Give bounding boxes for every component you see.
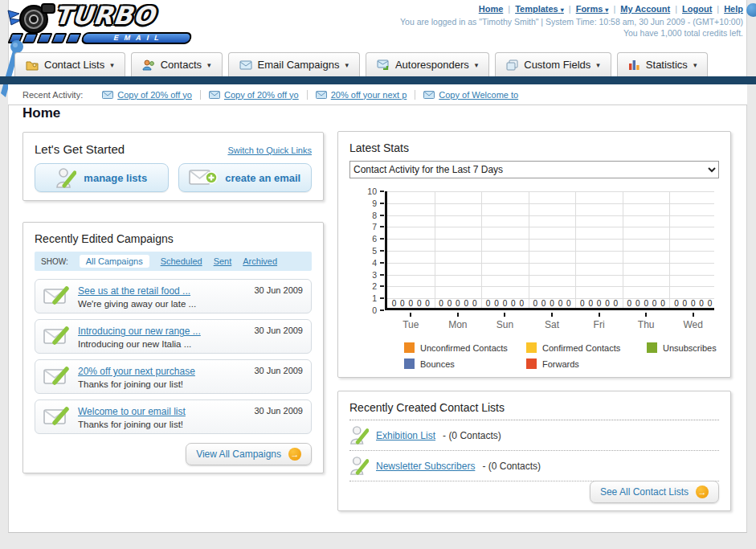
help-bubble-icon[interactable] <box>746 3 756 17</box>
y-axis-label: 3 <box>354 270 377 280</box>
header-link-templates[interactable]: Templates ▾ <box>515 4 564 14</box>
login-status-text: You are logged in as "Timothy Smith" | S… <box>400 17 743 27</box>
gridline-vertical <box>435 191 435 308</box>
stats-chart: 00000000000000000000000000000000000 0123… <box>354 188 725 334</box>
bar-value-label: 0 <box>454 299 461 308</box>
y-axis-label: 0 <box>354 305 377 315</box>
tab-label: Email Campaigns <box>258 59 340 71</box>
legend-swatch <box>404 358 415 369</box>
x-axis-label: Mon <box>440 319 476 330</box>
header-link-my-account[interactable]: My Account <box>620 4 670 14</box>
dropdown-caret-icon: ▾ <box>605 6 608 14</box>
credits-text: You have 1,000 total credits left. <box>400 28 743 38</box>
bar-value-label: 0 <box>532 299 539 308</box>
bar-value-label: 0 <box>587 299 595 308</box>
nav-divider-bar <box>0 76 756 84</box>
turbo-icon <box>6 2 56 36</box>
tab-label: Custom Fields <box>524 59 590 71</box>
bar-value-label: 0 <box>501 299 509 308</box>
recent-activity-link[interactable]: Copy of 20% off yo <box>224 90 299 100</box>
tab-statistics[interactable]: Statistics▾ <box>617 52 709 76</box>
header-link-help[interactable]: Help <box>724 4 743 14</box>
x-axis-tick <box>645 313 647 317</box>
dropdown-caret-icon: ▾ <box>561 6 564 14</box>
logo-stripe <box>51 33 67 43</box>
x-axis-label: Sun <box>487 319 522 330</box>
filter-archived[interactable]: Archived <box>243 256 277 266</box>
bar-value-label: 0 <box>424 299 431 308</box>
campaign-title-link[interactable]: Welcome to our email list <box>78 406 186 417</box>
view-all-campaigns-button[interactable]: View All Campaigns → <box>186 443 312 465</box>
campaign-title-link[interactable]: 20% off your next purchase <box>78 366 195 377</box>
campaign-card[interactable]: 20% off your next purchase Thanks for jo… <box>35 359 312 394</box>
see-all-contact-lists-button[interactable]: See All Contact Lists → <box>590 481 719 503</box>
tab-email-campaigns[interactable]: Email Campaigns▾ <box>228 52 360 76</box>
envelope-icon <box>209 91 220 99</box>
recent-activity-link[interactable]: 20% off your next p <box>331 90 407 100</box>
stats-period-select[interactable]: Contact Activity for the Last 7 Days <box>349 161 719 178</box>
x-axis-tick <box>551 313 553 317</box>
contact-list-item: Newsletter Subscribers - (0 Contacts) <box>349 451 719 481</box>
header-link-logout[interactable]: Logout <box>682 4 712 14</box>
campaign-subtitle: Thanks for joining our list! <box>78 379 195 390</box>
x-axis-label: Sat <box>534 319 570 330</box>
campaign-date: 30 Jun 2009 <box>254 326 303 335</box>
legend-label: Unsubscribes <box>663 343 717 353</box>
app-logo: TURBO EMAIL <box>6 2 195 49</box>
filter-sent[interactable]: Sent <box>214 256 232 266</box>
bar-value-label: 0 <box>407 299 415 308</box>
stats-legend: Unconfirmed ContactsConfirmed ContactsUn… <box>404 342 719 369</box>
legend-label: Bounces <box>420 359 455 369</box>
campaign-date: 30 Jun 2009 <box>254 406 303 416</box>
campaign-card[interactable]: See us at the retail food ... We're givi… <box>35 279 312 313</box>
bar-value-label: 0 <box>578 299 586 308</box>
header-link-forms[interactable]: Forms ▾ <box>576 4 609 14</box>
switch-quick-links[interactable]: Switch to Quick Links <box>227 145 312 155</box>
turbo-email-home-page: { "app_name": "Turbo Email", "colors": {… <box>0 0 756 549</box>
header-link-home[interactable]: Home <box>479 4 504 14</box>
gridline-horizontal <box>387 239 714 240</box>
y-axis-label: 1 <box>354 293 377 303</box>
bar-chart-icon <box>628 59 640 70</box>
recent-activity-link[interactable]: Copy of Welcome to <box>439 90 518 100</box>
campaign-date: 30 Jun 2009 <box>254 285 303 295</box>
gridline-horizontal <box>387 227 714 227</box>
bar-value-label: 0 <box>463 299 470 308</box>
tab-contact-lists[interactable]: Contact Lists▾ <box>14 52 125 76</box>
y-axis-tick <box>380 191 384 192</box>
logo-word: TURBO <box>53 1 157 30</box>
tab-custom-fields[interactable]: Custom Fields▾ <box>495 52 611 76</box>
campaign-card[interactable]: Welcome to our email list Thanks for joi… <box>35 399 312 434</box>
recent-activity-link[interactable]: Copy of 20% off yo <box>117 90 192 100</box>
contact-list-link[interactable]: Newsletter Subscribers <box>376 461 475 472</box>
x-axis-label: Wed <box>676 319 711 330</box>
filter-scheduled[interactable]: Scheduled <box>161 256 202 266</box>
bar-value-label: 0 <box>651 299 658 308</box>
bar-value-label: 0 <box>612 299 619 308</box>
manage-lists-label: manage lists <box>84 172 147 184</box>
recent-activity-items: Copy of 20% off yo Copy of 20% off yo 20… <box>94 90 526 100</box>
bar-value-label: 0 <box>698 299 705 308</box>
gridline-vertical <box>669 191 670 308</box>
bar-value-label: 0 <box>565 299 572 308</box>
legend-swatch <box>526 342 537 353</box>
y-axis-tick <box>380 274 384 276</box>
y-axis-label: 6 <box>354 234 377 244</box>
campaign-title-link[interactable]: See us at the retail food ... <box>78 285 190 297</box>
bar-value-label: 0 <box>540 299 547 308</box>
campaign-title-link[interactable]: Introducing our new range ... <box>78 326 201 337</box>
x-axis-tick <box>599 313 600 317</box>
logo-bottom: EMAIL <box>10 32 191 44</box>
contact-pencil-icon <box>349 424 369 446</box>
manage-lists-button[interactable]: manage lists <box>35 163 169 192</box>
tab-autoresponders[interactable]: Autoresponders▾ <box>366 52 489 76</box>
create-email-button[interactable]: create an email <box>178 163 313 192</box>
campaign-card[interactable]: Introducing our new range ... Introducin… <box>35 319 312 354</box>
legend-swatch <box>404 342 415 353</box>
contact-list-link[interactable]: Exhibition List <box>376 430 435 441</box>
filter-all-campaigns[interactable]: All Campaigns <box>80 255 149 268</box>
y-axis-tick <box>380 250 384 252</box>
y-axis-label: 2 <box>354 281 377 291</box>
tab-contacts[interactable]: Contacts▾ <box>131 52 223 76</box>
see-all-contact-lists-label: See All Contact Lists <box>600 486 689 498</box>
